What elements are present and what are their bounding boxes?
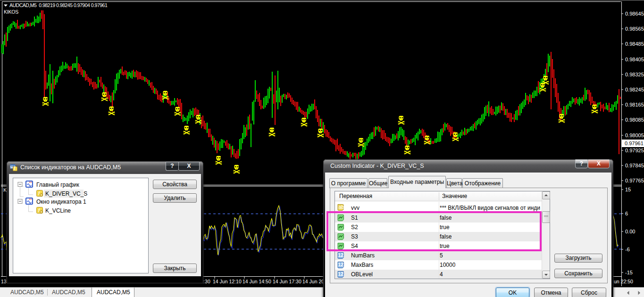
svg-text:KIKOS: KIKOS [4, 9, 18, 15]
svg-text:ab: ab [338, 204, 344, 210]
svg-text:6: 6 [625, 211, 628, 216]
svg-text:0.98645: 0.98645 [625, 11, 644, 16]
svg-text:0.00: 0.00 [625, 229, 635, 234]
svg-text:0.98565: 0.98565 [625, 26, 644, 32]
svg-text:un 22:50: un 22:50 [614, 279, 633, 284]
svg-text:0.98005: 0.98005 [625, 132, 644, 138]
svg-text:0.98325: 0.98325 [625, 72, 644, 77]
svg-text:123: 123 [338, 262, 344, 267]
svg-text:0.97765: 0.97765 [625, 178, 644, 183]
svg-text:-15: -15 [625, 270, 633, 275]
svg-text:14 Jun 14:50: 14 Jun 14:50 [243, 279, 271, 284]
svg-text:AUDCAD,M5 0.98219 0.98245 0.9: AUDCAD,M5 0.98219 0.98245 0.97904 0.9796… [9, 2, 108, 8]
svg-text:14 Jun 17:30: 14 Jun 17:30 [273, 279, 301, 284]
svg-text:15: 15 [625, 187, 631, 192]
svg-text:0.98085: 0.98085 [625, 117, 644, 123]
svg-text:123: 123 [338, 252, 344, 258]
svg-text:0.97961: 0.97961 [625, 140, 644, 146]
svg-text:0.97925: 0.97925 [625, 148, 644, 153]
svg-text:123: 123 [338, 271, 344, 277]
svg-text:0.98245: 0.98245 [625, 87, 644, 92]
svg-text:0.98165: 0.98165 [625, 102, 644, 107]
svg-text:0.98485: 0.98485 [625, 41, 644, 47]
svg-text:0.98405: 0.98405 [625, 57, 644, 62]
svg-text:14 Jun 12:10: 14 Jun 12:10 [213, 279, 242, 284]
svg-text:-6: -6 [625, 247, 630, 252]
svg-text:0.97845: 0.97845 [625, 163, 644, 168]
